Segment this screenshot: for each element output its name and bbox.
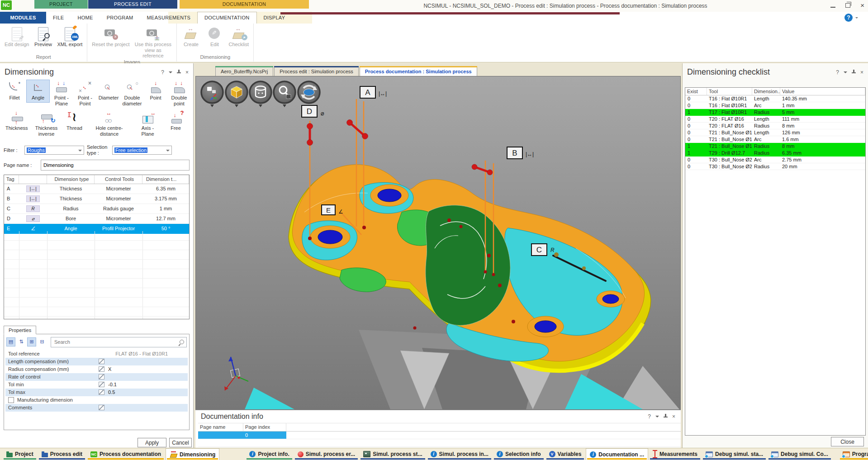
dimension-tool[interactable]: Axis - Plane xyxy=(132,110,164,138)
properties-toolbar-icon[interactable]: ▤ xyxy=(6,337,15,346)
search-input[interactable] xyxy=(53,339,180,345)
dimension-tool[interactable]: Hole centre-distance xyxy=(87,110,132,138)
property-row[interactable]: Rate of control xyxy=(5,373,188,381)
property-value[interactable]: FLAT Ø16 - Flat Ø10R1 xyxy=(115,351,187,356)
taskbar-item[interactable]: Process documentation xyxy=(87,448,165,460)
taskbar-item[interactable]: Debug simul. sta... xyxy=(702,448,767,460)
properties-toolbar-icon[interactable]: ⇅ xyxy=(17,337,26,346)
taskbar-item[interactable]: Measurements xyxy=(649,448,701,460)
dimension-tool[interactable]: Free xyxy=(164,110,188,133)
property-row[interactable]: Manufacturing dimension xyxy=(5,396,188,404)
table-row[interactable]: 0 T21 : Bull_Nose Ø1... Length 126 mm xyxy=(685,129,865,136)
column-header[interactable]: Value xyxy=(780,88,865,95)
ribbon-button[interactable]: XML export xyxy=(56,26,83,48)
ribbon-tab[interactable]: DISPLAY xyxy=(257,12,292,24)
panel-pin-icon[interactable] xyxy=(664,414,668,419)
ribbon-button[interactable]: Create xyxy=(180,26,201,48)
table-row[interactable]: B |↔| Thickness Micrometer 3.175 mm xyxy=(4,194,189,204)
context-tab-project[interactable]: PROJECT xyxy=(34,0,88,9)
help-dropdown-icon[interactable] xyxy=(855,17,858,20)
dimension-tool[interactable]: Double point xyxy=(167,80,191,108)
taskbar-item[interactable]: Simul. process st... xyxy=(360,448,426,460)
dimension-tool[interactable]: Angle xyxy=(26,80,50,103)
dimension-tool[interactable]: Thickness xyxy=(3,110,31,133)
ribbon-tab[interactable]: DOCUMENTATION xyxy=(197,12,256,24)
panel-help-icon[interactable]: ? xyxy=(836,69,839,76)
checkbox[interactable] xyxy=(8,397,14,403)
table-row[interactable]: 1 T29 : Drill Ø12.7 Radius 6.35 mm xyxy=(685,150,865,156)
column-header[interactable]: Control Tools xyxy=(95,175,142,184)
cancel-button[interactable]: Cancel xyxy=(169,438,192,447)
panel-help-icon[interactable]: ? xyxy=(648,413,651,420)
table-row[interactable]: A |↔| Thickness Micrometer 6.35 mm xyxy=(4,184,189,194)
taskbar-item[interactable]: Simul. process in... xyxy=(427,448,492,460)
ribbon-button[interactable]: Edit xyxy=(204,26,225,48)
properties-toolbar-icon[interactable]: ⊟ xyxy=(38,337,47,346)
taskbar-item[interactable]: Dimensioning xyxy=(166,448,219,460)
property-value[interactable]: -0.1 xyxy=(108,382,117,387)
page-name-input[interactable] xyxy=(41,160,190,171)
taskbar-item[interactable]: Project xyxy=(3,448,37,460)
panel-dropdown-icon[interactable] xyxy=(169,71,172,75)
context-tab-process-edit[interactable]: PROCESS EDIT xyxy=(88,0,177,9)
table-row[interactable]: C R Radius Raduis gauge 1 mm xyxy=(4,204,189,214)
ribbon-tab[interactable]: FILE xyxy=(46,12,71,24)
formula-icon[interactable] xyxy=(99,374,104,379)
panel-pin-icon[interactable] xyxy=(852,70,856,75)
column-header[interactable]: Dimension... xyxy=(752,88,780,95)
column-header[interactable]: Dimension type xyxy=(47,175,95,184)
ribbon-button[interactable]: Reset the project xyxy=(91,26,130,48)
ribbon-button[interactable]: Preview xyxy=(33,26,53,48)
dimension-tool[interactable]: Point xyxy=(144,80,167,103)
property-row[interactable]: Comments xyxy=(5,404,188,412)
column-header[interactable]: Page index xyxy=(243,423,286,431)
viewport-tab[interactable]: Process documentation : Simulation proce… xyxy=(360,66,477,76)
table-row[interactable]: 1 T21 : Bull_Nose Ø1... Radius 8 mm xyxy=(685,143,865,150)
table-row[interactable]: 0 T30 : Bull_Nose Ø2... Radius 20 mm xyxy=(685,163,865,170)
taskbar-item[interactable]: Documentation ... xyxy=(586,448,648,460)
formula-icon[interactable] xyxy=(99,382,104,387)
dimension-tool[interactable]: Fillet xyxy=(3,80,26,103)
table-row[interactable]: 0 T20 : FLAT Ø16 Length 111 mm xyxy=(685,116,865,123)
taskbar-item[interactable]: Selection info xyxy=(493,448,545,460)
column-header[interactable]: Dimension t... xyxy=(142,175,189,184)
property-value[interactable]: X xyxy=(108,366,111,372)
table-row[interactable]: 0 T16 : Flat Ø10R1 Arc 1 mm xyxy=(685,102,865,109)
panel-help-icon[interactable]: ? xyxy=(161,69,164,76)
dimension-tool[interactable]: Double diameter xyxy=(120,80,144,108)
ribbon-tab[interactable]: MODULES xyxy=(0,12,46,24)
table-row[interactable]: 1 T17 : Flat Ø10R1 Radius 5 mm xyxy=(685,109,865,116)
column-header[interactable]: Tool xyxy=(707,88,752,95)
panel-close-icon[interactable]: × xyxy=(672,413,675,420)
column-header[interactable] xyxy=(19,175,47,184)
ribbon-tab[interactable]: PROGRAM xyxy=(100,12,140,24)
table-row[interactable]: 0 T20 : FLAT Ø16 Radius 8 mm xyxy=(685,123,865,129)
formula-icon[interactable] xyxy=(99,405,104,410)
property-row[interactable]: Tol min -0.1 xyxy=(5,381,188,389)
dimension-tool[interactable]: Diameter xyxy=(97,80,120,103)
properties-toolbar-icon[interactable]: ⊞ xyxy=(27,337,36,346)
panel-pin-icon[interactable] xyxy=(177,70,181,75)
column-header[interactable]: Exist xyxy=(685,88,707,95)
dimension-tool[interactable]: Point - Plane xyxy=(50,80,73,108)
property-row[interactable]: Radius compensation (mm) X xyxy=(5,365,188,373)
property-row[interactable]: Length compensation (mm) xyxy=(5,358,188,365)
dimension-tool[interactable]: Thread xyxy=(62,110,87,133)
help-icon[interactable]: ? xyxy=(844,14,853,22)
column-header[interactable]: Page name xyxy=(198,423,243,431)
table-row[interactable]: 0 T30 : Bull_Nose Ø2... Arc 2.75 mm xyxy=(685,156,865,163)
panel-dropdown-icon[interactable] xyxy=(655,416,659,419)
viewport-tab[interactable]: Aero_Buterffly.NcsPrj xyxy=(215,66,273,76)
context-tab-documentation[interactable]: DOCUMENTATION xyxy=(180,0,309,9)
refresh-view-button[interactable] xyxy=(298,81,320,103)
taskbar-item[interactable]: Project info. xyxy=(246,448,293,460)
table-row[interactable]: 0 xyxy=(198,432,681,439)
viewport-tab[interactable]: Process edit : Simulation process xyxy=(274,66,359,76)
taskbar-item[interactable]: Program xyxy=(839,448,868,460)
panel-close-icon[interactable]: × xyxy=(185,69,189,76)
minimize-icon[interactable] xyxy=(830,7,835,8)
formula-icon[interactable] xyxy=(99,366,104,372)
panel-dropdown-icon[interactable] xyxy=(844,71,847,75)
formula-icon[interactable] xyxy=(99,389,104,395)
selection-type-combobox[interactable]: Free selection xyxy=(112,146,172,155)
